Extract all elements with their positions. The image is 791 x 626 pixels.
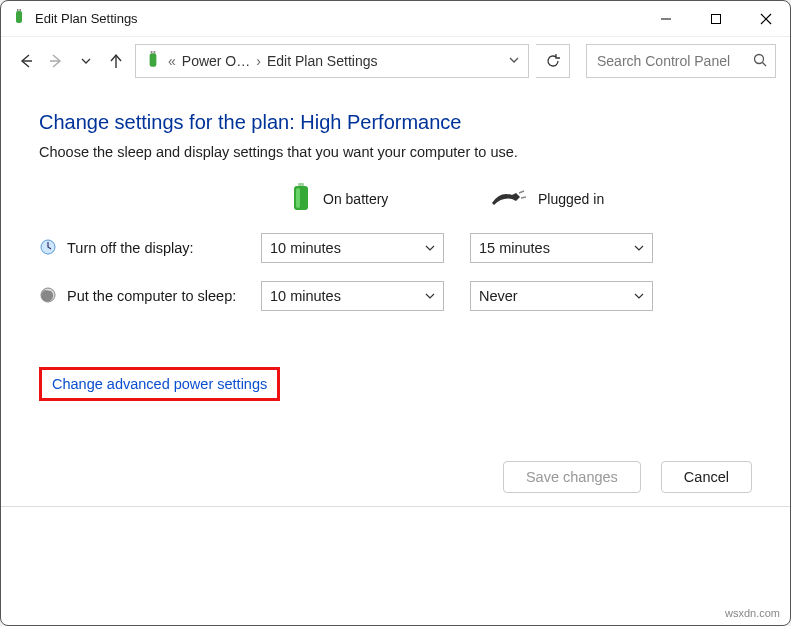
- chevron-down-icon[interactable]: [508, 53, 520, 69]
- svg-line-14: [763, 62, 767, 66]
- plug-icon: [490, 187, 526, 210]
- svg-point-13: [755, 54, 764, 63]
- breadcrumb-part1[interactable]: Power O…: [182, 53, 250, 69]
- sleep-label: Put the computer to sleep:: [67, 288, 236, 304]
- svg-rect-4: [712, 14, 721, 23]
- column-plugged-label: Plugged in: [538, 191, 604, 207]
- sleep-icon: [39, 286, 57, 307]
- svg-line-18: [519, 191, 524, 193]
- window-controls: [656, 9, 782, 29]
- forward-button[interactable]: [45, 50, 67, 72]
- svg-rect-1: [17, 9, 19, 11]
- page-heading: Change settings for the plan: High Perfo…: [39, 111, 752, 134]
- minimize-button[interactable]: [656, 9, 676, 29]
- breadcrumb-part2[interactable]: Edit Plan Settings: [267, 53, 378, 69]
- watermark: wsxdn.com: [725, 607, 780, 619]
- chevron-down-icon: [425, 288, 435, 304]
- navbar: « Power O… › Edit Plan Settings: [1, 37, 790, 85]
- cancel-button[interactable]: Cancel: [661, 461, 752, 493]
- search-box[interactable]: [586, 44, 776, 78]
- address-bar[interactable]: « Power O… › Edit Plan Settings: [135, 44, 529, 78]
- page-subtext: Choose the sleep and display settings th…: [39, 144, 752, 160]
- refresh-button[interactable]: [536, 44, 570, 78]
- window-title: Edit Plan Settings: [35, 11, 138, 26]
- maximize-button[interactable]: [706, 9, 726, 29]
- sleep-label-group: Put the computer to sleep:: [39, 286, 261, 307]
- battery-icon: [291, 182, 311, 215]
- columns-header: On battery Plugged in: [39, 182, 752, 215]
- display-icon: [39, 238, 57, 259]
- display-battery-dropdown[interactable]: 10 minutes: [261, 233, 444, 263]
- titlebar: Edit Plan Settings: [1, 1, 790, 37]
- save-button[interactable]: Save changes: [503, 461, 641, 493]
- search-icon: [753, 53, 767, 70]
- display-label: Turn off the display:: [67, 240, 194, 256]
- chevron-down-icon: [634, 288, 644, 304]
- footer-divider: [1, 506, 790, 507]
- window: Edit Plan Settings: [0, 0, 791, 626]
- advanced-power-link[interactable]: Change advanced power settings: [52, 376, 267, 392]
- close-button[interactable]: [756, 9, 776, 29]
- chevron-right-icon: ›: [256, 53, 261, 69]
- advanced-link-highlight: Change advanced power settings: [39, 367, 280, 401]
- svg-rect-15: [298, 183, 304, 186]
- column-plugged: Plugged in: [470, 187, 665, 210]
- display-plugged-dropdown[interactable]: 15 minutes: [470, 233, 653, 263]
- svg-line-19: [521, 197, 526, 198]
- column-battery-label: On battery: [323, 191, 388, 207]
- row-sleep: Put the computer to sleep: 10 minutes Ne…: [39, 281, 752, 311]
- svg-rect-12: [154, 51, 156, 53]
- column-battery: On battery: [261, 182, 456, 215]
- up-button[interactable]: [105, 50, 127, 72]
- chevron-down-icon: [425, 240, 435, 256]
- search-input[interactable]: [595, 52, 747, 70]
- svg-rect-2: [20, 9, 22, 11]
- svg-rect-0: [16, 11, 22, 23]
- sleep-battery-dropdown[interactable]: 10 minutes: [261, 281, 444, 311]
- display-battery-value: 10 minutes: [270, 240, 341, 256]
- power-plan-icon: [11, 9, 27, 28]
- chevron-down-icon: [634, 240, 644, 256]
- svg-rect-10: [150, 53, 157, 67]
- display-label-group: Turn off the display:: [39, 238, 261, 259]
- chevron-left-icon: «: [168, 53, 176, 69]
- svg-rect-11: [151, 51, 153, 53]
- svg-rect-17: [296, 188, 300, 208]
- sleep-plugged-value: Never: [479, 288, 518, 304]
- back-button[interactable]: [15, 50, 37, 72]
- footer-buttons: Save changes Cancel: [503, 461, 752, 493]
- row-display: Turn off the display: 10 minutes 15 minu…: [39, 233, 752, 263]
- sleep-plugged-dropdown[interactable]: Never: [470, 281, 653, 311]
- recent-dropdown[interactable]: [75, 50, 97, 72]
- power-plan-icon: [144, 51, 162, 72]
- sleep-battery-value: 10 minutes: [270, 288, 341, 304]
- display-plugged-value: 15 minutes: [479, 240, 550, 256]
- content: Change settings for the plan: High Perfo…: [1, 85, 790, 411]
